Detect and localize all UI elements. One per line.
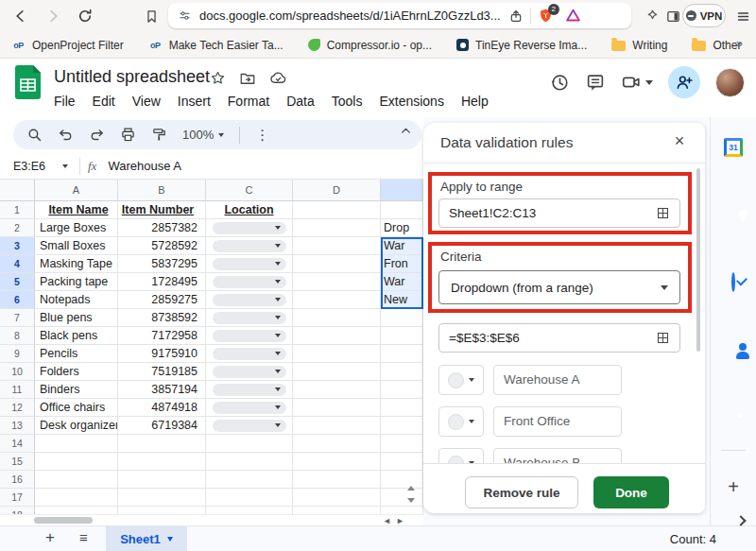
- scroll-down-icon[interactable]: [407, 498, 415, 503]
- cell-location[interactable]: [206, 255, 293, 273]
- cell-item-name[interactable]: Large Boxes: [35, 219, 118, 237]
- document-title[interactable]: Untitled spreadsheet: [54, 67, 210, 87]
- back-icon[interactable]: [9, 5, 32, 27]
- dropdown-chip[interactable]: [213, 402, 286, 414]
- cell-location[interactable]: [206, 327, 293, 345]
- cell[interactable]: [35, 453, 118, 471]
- cell-location[interactable]: [206, 237, 293, 255]
- chevron-down-icon[interactable]: [62, 164, 68, 168]
- bookmark-item[interactable]: TinEye Reverse Ima...: [456, 39, 587, 52]
- cell-item-number[interactable]: 2859275: [118, 291, 206, 309]
- dropdown-chip[interactable]: [213, 384, 286, 396]
- dropdown-chip[interactable]: [213, 330, 286, 342]
- redo-icon[interactable]: [89, 127, 105, 143]
- address-bar[interactable]: docs.google.com/spreadsheets/d/1iAEhrnLZ…: [168, 3, 631, 28]
- column-header-e[interactable]: [381, 180, 423, 201]
- cell[interactable]: [35, 471, 118, 489]
- cell-location[interactable]: [206, 309, 293, 327]
- row-header[interactable]: 14: [0, 435, 35, 453]
- row-header[interactable]: 6: [0, 291, 35, 309]
- select-range-icon[interactable]: [656, 331, 670, 345]
- bookmarks-overflow-icon[interactable]: »: [736, 36, 743, 50]
- zoom-control[interactable]: 100%: [182, 128, 224, 142]
- scroll-right-icon[interactable]: ►: [396, 515, 404, 525]
- row-header[interactable]: 3: [0, 237, 35, 255]
- bookmark-item[interactable]: Make Tech Easier Ta...: [148, 38, 284, 52]
- row-header[interactable]: 8: [0, 327, 35, 345]
- color-swatch-button[interactable]: [438, 406, 484, 437]
- cell-item-name[interactable]: Office chairs: [35, 399, 118, 417]
- scroll-up-icon[interactable]: [407, 486, 415, 491]
- cell-e[interactable]: War: [381, 273, 423, 291]
- row-header[interactable]: 4: [0, 255, 35, 273]
- cell-d[interactable]: [293, 327, 381, 345]
- cell-item-name[interactable]: Masking Tape: [35, 255, 118, 273]
- cell-d[interactable]: [293, 399, 381, 417]
- cell-location[interactable]: [206, 273, 293, 291]
- account-avatar[interactable]: [715, 68, 745, 97]
- paint-format-icon[interactable]: [151, 127, 167, 143]
- cell-e[interactable]: Fron: [381, 255, 423, 273]
- cell[interactable]: [118, 471, 206, 489]
- cell[interactable]: [118, 489, 206, 507]
- forward-icon[interactable]: [42, 5, 64, 27]
- cell-item-number[interactable]: 2857382: [118, 219, 206, 237]
- cell-location[interactable]: [206, 219, 293, 237]
- bookmark-item[interactable]: Compressor.io - op...: [308, 39, 432, 52]
- row-header[interactable]: 16: [0, 471, 35, 489]
- cell-item-name[interactable]: Desk organizers: [35, 417, 118, 435]
- cell-item-name[interactable]: Packing tape: [35, 273, 118, 291]
- select-all-corner[interactable]: [0, 180, 35, 201]
- version-history-icon[interactable]: [549, 72, 570, 93]
- menu-item[interactable]: Edit: [84, 91, 124, 112]
- cell[interactable]: [293, 471, 381, 489]
- option-text-field[interactable]: Warehouse A: [493, 365, 622, 395]
- cell-location[interactable]: [206, 417, 293, 435]
- menu-item[interactable]: Extensions: [370, 91, 452, 112]
- close-icon[interactable]: ×: [669, 131, 690, 151]
- cell-item-number[interactable]: 4874918: [118, 399, 206, 417]
- cell-d[interactable]: [293, 345, 381, 363]
- google-calendar-icon[interactable]: 31: [724, 138, 743, 157]
- cell-item-number[interactable]: 6719384: [118, 417, 206, 435]
- share-page-icon[interactable]: [508, 9, 524, 24]
- cell-item-number[interactable]: 5837295: [118, 255, 206, 273]
- cell-d[interactable]: [293, 309, 381, 327]
- row-header[interactable]: 9: [0, 345, 35, 363]
- cell-e[interactable]: [381, 381, 423, 399]
- dropdown-chip[interactable]: [213, 294, 286, 306]
- cell[interactable]: [293, 489, 381, 507]
- cell-e[interactable]: War: [381, 237, 423, 255]
- cell-c1[interactable]: Location: [206, 201, 293, 219]
- cell-location[interactable]: [206, 399, 293, 417]
- cell[interactable]: [206, 435, 293, 453]
- menu-item[interactable]: File: [45, 91, 84, 112]
- cell-e[interactable]: New: [381, 291, 423, 309]
- cell-d[interactable]: [293, 417, 381, 435]
- dropdown-chip[interactable]: [213, 276, 286, 288]
- dropdown-chip[interactable]: [213, 258, 286, 270]
- cell-item-name[interactable]: Black pens: [35, 327, 118, 345]
- column-header-b[interactable]: B: [118, 180, 206, 201]
- menu-item[interactable]: Tools: [323, 91, 371, 112]
- row-header[interactable]: 13: [0, 417, 35, 435]
- cell-e[interactable]: [381, 363, 423, 381]
- cell-d1[interactable]: [293, 201, 381, 219]
- cell-e[interactable]: [381, 309, 423, 327]
- formula-input[interactable]: Warehouse A: [108, 159, 181, 173]
- brave-leo-icon[interactable]: [641, 5, 663, 27]
- dropdown-chip[interactable]: [213, 420, 286, 432]
- row-header[interactable]: 1: [0, 201, 35, 219]
- dropdown-chip[interactable]: [213, 222, 286, 234]
- cell-d[interactable]: [293, 273, 381, 291]
- row-header[interactable]: 17: [0, 489, 35, 507]
- apply-to-range-input[interactable]: Sheet1!C2:C13: [438, 198, 680, 228]
- cell[interactable]: [206, 489, 293, 507]
- more-options-icon[interactable]: ⋮: [255, 127, 270, 144]
- brave-shield-icon[interactable]: 2: [538, 8, 554, 24]
- horizontal-scrollbar[interactable]: ◄ ►: [0, 514, 423, 525]
- comments-icon[interactable]: [585, 72, 606, 93]
- cell-item-name[interactable]: Pencils: [35, 345, 118, 363]
- cell-d[interactable]: [293, 381, 381, 399]
- cell-d[interactable]: [293, 255, 381, 273]
